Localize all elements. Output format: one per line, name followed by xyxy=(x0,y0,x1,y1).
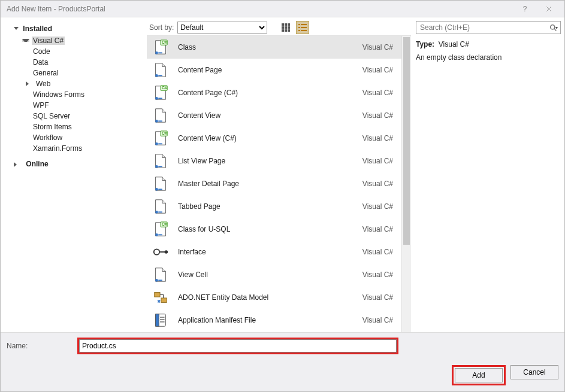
svg-rect-10 xyxy=(301,24,307,25)
scrollbar[interactable] xyxy=(401,36,411,332)
window-title: Add New Item - ProductsPortal xyxy=(7,5,513,13)
chevron-right-icon xyxy=(26,81,34,86)
template-lang: Visual C# xyxy=(362,225,393,233)
category-sidebar: Installed Visual C#CodeDataGeneralWebWin… xyxy=(4,20,147,332)
sidebar-item-data[interactable]: Data xyxy=(11,57,147,68)
sidebar-item-general[interactable]: General xyxy=(11,68,147,78)
sidebar-item-wpf[interactable]: WPF xyxy=(11,100,147,111)
help-button[interactable]: ? xyxy=(513,1,537,17)
template-lang: Visual C# xyxy=(362,111,393,120)
template-name: Application Manifest File xyxy=(178,316,362,324)
description-text: An empty class declaration xyxy=(416,53,561,62)
svg-rect-14 xyxy=(301,30,307,31)
sort-by-select[interactable]: Default xyxy=(177,22,267,34)
template-lang: Visual C# xyxy=(362,293,393,302)
chevron-down-icon xyxy=(14,27,19,30)
template-name: List View Page xyxy=(178,157,362,165)
list-icon xyxy=(298,23,307,32)
cs-class-icon xyxy=(152,129,170,147)
manifest-icon xyxy=(152,311,170,329)
template-item[interactable]: ClassVisual C# xyxy=(147,36,401,59)
search-icon[interactable]: ▾ xyxy=(547,24,560,32)
search-box[interactable]: ▾ xyxy=(416,21,561,34)
sidebar-item-sql-server[interactable]: SQL Server xyxy=(11,111,147,121)
template-item[interactable]: Tabbed PageVisual C# xyxy=(147,195,401,218)
sidebar-item-xamarin-forms[interactable]: Xamarin.Forms xyxy=(11,143,147,154)
template-item[interactable]: Application Manifest FileVisual C# xyxy=(147,309,401,332)
view-list-button[interactable] xyxy=(296,21,309,34)
interface-icon xyxy=(152,243,170,261)
sidebar-item-web[interactable]: Web xyxy=(11,78,147,89)
svg-rect-3 xyxy=(282,26,284,29)
template-name: Class xyxy=(178,43,362,51)
template-item[interactable]: List View PageVisual C# xyxy=(147,150,401,172)
template-item[interactable]: Master Detail PageVisual C# xyxy=(147,172,401,195)
online-header[interactable]: Online xyxy=(4,157,147,171)
svg-rect-11 xyxy=(298,27,300,28)
search-input[interactable] xyxy=(416,23,547,32)
xaml-page-icon xyxy=(152,107,170,124)
sidebar-item-visual-c-[interactable]: Visual C# xyxy=(11,35,147,46)
template-lang: Visual C# xyxy=(362,134,393,142)
sidebar-item-code[interactable]: Code xyxy=(11,46,147,57)
type-value: Visual C# xyxy=(439,40,469,48)
sidebar-item-workflow[interactable]: Workflow xyxy=(11,132,147,143)
sidebar-item-label: Code xyxy=(33,47,50,56)
svg-rect-0 xyxy=(282,23,284,26)
name-input[interactable] xyxy=(79,339,397,353)
template-lang: Visual C# xyxy=(362,316,393,324)
sort-by-label: Sort by: xyxy=(149,23,174,32)
sidebar-item-label: WPF xyxy=(33,101,49,110)
template-lang: Visual C# xyxy=(362,180,393,188)
title-bar: Add New Item - ProductsPortal ? xyxy=(1,1,564,17)
template-name: Master Detail Page xyxy=(178,180,362,188)
svg-rect-6 xyxy=(282,29,284,32)
template-name: View Cell xyxy=(178,271,362,279)
installed-header[interactable]: Installed xyxy=(4,22,147,35)
type-label: Type: xyxy=(416,40,434,48)
svg-rect-9 xyxy=(298,24,300,25)
template-item[interactable]: ADO.NET Entity Data ModelVisual C# xyxy=(147,286,401,309)
template-item[interactable]: Content View (C#)Visual C# xyxy=(147,127,401,150)
sidebar-item-label: SQL Server xyxy=(33,112,70,120)
template-name: ADO.NET Entity Data Model xyxy=(178,293,362,302)
template-lang: Visual C# xyxy=(362,157,393,165)
template-item[interactable]: InterfaceVisual C# xyxy=(147,241,401,263)
svg-rect-1 xyxy=(285,23,287,26)
cancel-button[interactable]: Cancel xyxy=(510,365,558,379)
template-name: Content View (C#) xyxy=(178,134,362,142)
template-toolbar: Sort by: Default xyxy=(147,20,411,35)
sidebar-item-storm-items[interactable]: Storm Items xyxy=(11,121,147,132)
sidebar-item-label: Storm Items xyxy=(33,123,72,131)
xaml-page-icon xyxy=(152,197,170,215)
svg-rect-12 xyxy=(301,27,307,28)
template-item[interactable]: Class for U-SQLVisual C# xyxy=(147,218,401,241)
xaml-page-icon xyxy=(152,61,170,79)
template-item[interactable]: Content Page (C#)Visual C# xyxy=(147,81,401,104)
dialog-footer: Name: Add Cancel xyxy=(1,332,564,391)
sidebar-item-windows-forms[interactable]: Windows Forms xyxy=(11,89,147,100)
template-item[interactable]: Content PageVisual C# xyxy=(147,59,401,81)
add-button-highlight: Add xyxy=(452,365,506,385)
view-grid-button[interactable] xyxy=(279,21,292,34)
cs-class-icon xyxy=(152,84,170,102)
xaml-page-icon xyxy=(152,175,170,193)
svg-point-15 xyxy=(551,25,555,29)
chevron-right-icon xyxy=(14,162,22,167)
template-item[interactable]: Content ViewVisual C# xyxy=(147,104,401,127)
scrollbar-thumb[interactable] xyxy=(403,37,410,245)
close-button[interactable] xyxy=(537,1,561,17)
sidebar-item-label: Web xyxy=(36,80,50,88)
svg-rect-7 xyxy=(285,29,287,32)
svg-rect-4 xyxy=(285,26,287,29)
name-input-highlight xyxy=(77,338,398,354)
template-lang: Visual C# xyxy=(362,89,393,97)
template-lang: Visual C# xyxy=(362,202,393,211)
template-lang: Visual C# xyxy=(362,248,393,256)
add-button[interactable]: Add xyxy=(455,368,503,382)
svg-rect-13 xyxy=(298,30,300,31)
template-lang: Visual C# xyxy=(362,66,393,74)
template-name: Content Page (C#) xyxy=(178,89,362,97)
template-list[interactable]: ClassVisual C#Content PageVisual C#Conte… xyxy=(147,36,401,332)
template-item[interactable]: View CellVisual C# xyxy=(147,263,401,286)
